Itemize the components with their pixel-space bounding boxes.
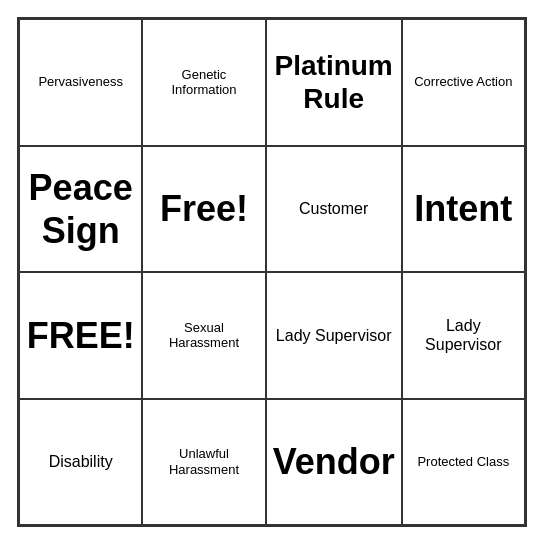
cell-text-r0c2: Platinum Rule xyxy=(273,49,395,116)
cell-text-r1c1: Free! xyxy=(160,187,248,230)
cell-r0c1: Genetic Information xyxy=(142,19,265,146)
cell-text-r3c3: Protected Class xyxy=(417,454,509,470)
cell-text-r2c3: Lady Supervisor xyxy=(409,316,518,354)
cell-r2c0: FREE! xyxy=(19,272,142,399)
cell-text-r0c0: Pervasiveness xyxy=(38,74,123,90)
cell-text-r2c2: Lady Supervisor xyxy=(276,326,392,345)
cell-r2c2: Lady Supervisor xyxy=(266,272,402,399)
cell-text-r1c3: Intent xyxy=(414,187,512,230)
cell-r3c2: Vendor xyxy=(266,399,402,526)
cell-r2c3: Lady Supervisor xyxy=(402,272,525,399)
cell-r0c3: Corrective Action xyxy=(402,19,525,146)
cell-text-r3c0: Disability xyxy=(49,452,113,471)
cell-text-r3c2: Vendor xyxy=(273,440,395,483)
cell-r0c0: Pervasiveness xyxy=(19,19,142,146)
cell-text-r0c1: Genetic Information xyxy=(149,67,258,98)
cell-r1c1: Free! xyxy=(142,146,265,273)
cell-r3c1: Unlawful Harassment xyxy=(142,399,265,526)
cell-text-r3c1: Unlawful Harassment xyxy=(149,446,258,477)
cell-r0c2: Platinum Rule xyxy=(266,19,402,146)
cell-r3c0: Disability xyxy=(19,399,142,526)
cell-r1c3: Intent xyxy=(402,146,525,273)
cell-r1c0: Peace Sign xyxy=(19,146,142,273)
cell-text-r0c3: Corrective Action xyxy=(414,74,512,90)
cell-r1c2: Customer xyxy=(266,146,402,273)
cell-text-r2c0: FREE! xyxy=(27,314,135,357)
cell-text-r1c2: Customer xyxy=(299,199,368,218)
cell-text-r2c1: Sexual Harassment xyxy=(149,320,258,351)
cell-r2c1: Sexual Harassment xyxy=(142,272,265,399)
bingo-board: PervasivenessGenetic InformationPlatinum… xyxy=(17,17,527,527)
cell-r3c3: Protected Class xyxy=(402,399,525,526)
cell-text-r1c0: Peace Sign xyxy=(26,166,135,252)
